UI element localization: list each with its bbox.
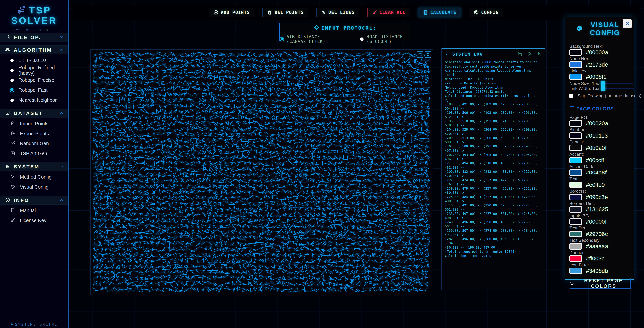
log-download-button[interactable]	[536, 52, 541, 57]
canvas-compress-button[interactable]	[425, 51, 431, 58]
color-hex-value: #00020a	[586, 120, 608, 127]
log-trash-button[interactable]	[527, 52, 532, 57]
app-title-line1: TSP	[29, 5, 51, 16]
status-text: SYSTEM: ONLINE	[15, 322, 58, 327]
color-swatch[interactable]	[569, 132, 582, 139]
config-button[interactable]: CONFIG	[469, 8, 503, 17]
skip-drawing-checkbox[interactable]	[569, 94, 574, 98]
info-icon	[5, 197, 10, 202]
color-swatch[interactable]	[569, 206, 582, 213]
chevron-up-icon	[59, 164, 64, 169]
protocol-option-air-distance-canvas-click[interactable]: AIR DISTANCE (CANVAS CLICK)	[280, 34, 338, 44]
system-status: SYSTEM: ONLINE	[0, 320, 68, 328]
radio-icon[interactable]	[360, 37, 364, 41]
sidebar-section-system: SYSTEM Method Config Visual Config	[0, 162, 68, 192]
sidebar-section-header-system[interactable]: SYSTEM	[0, 162, 68, 171]
color-swatch[interactable]	[569, 145, 582, 151]
import-icon	[10, 121, 15, 126]
color-swatch[interactable]	[569, 74, 582, 80]
close-button[interactable]	[623, 19, 632, 28]
color-swatch[interactable]	[569, 120, 582, 127]
page-colors-fields: Page BG: #00020a Sidebar: #010113 Panels…	[569, 115, 631, 274]
visual-config-panel: VISUAL CONFIG Background Hex: #00000a No…	[565, 17, 634, 280]
color-hex-value: #00000f	[586, 218, 606, 225]
input-protocol-panel: INPUT PROTOCOL: AIR DISTANCE (CANVAS CLI…	[279, 23, 411, 41]
color-field-inputs-bg: Inputs BG: #00000f	[569, 213, 631, 225]
sidebar-section-header-info[interactable]: INFO	[0, 196, 68, 205]
status-dot-icon	[11, 323, 13, 325]
canvas-expand-button[interactable]	[417, 51, 423, 58]
link-width-1px-slider[interactable]	[601, 86, 634, 91]
sidebar-item-robopol-precise[interactable]: Robopol Precise	[0, 75, 68, 85]
del-points-button[interactable]: DEL POINTS	[262, 8, 308, 17]
color-hex-value: #00ccff	[586, 157, 604, 163]
download-icon	[536, 52, 541, 57]
sidebar-item-manual[interactable]: Manual	[0, 206, 68, 216]
color-hex-value: #ff003c	[586, 255, 604, 262]
slider-thumb[interactable]	[601, 86, 605, 91]
shuffle-icon	[10, 141, 15, 146]
sidebar-nav: FILE OP. ALGORITHM LKH - 3.0.10 Robopol …	[0, 33, 68, 320]
color-swatch[interactable]	[569, 182, 582, 188]
color-field-borders-dim: Borders Dim: #131625	[569, 201, 631, 213]
sidebar-item-export-points[interactable]: Export Points	[0, 129, 68, 138]
sidebar-section-info: INFO Manual License Key	[0, 196, 68, 225]
radio-icon[interactable]	[10, 69, 14, 72]
system-log-output[interactable]: Generated and sent 20000 random points t…	[442, 59, 545, 290]
compress-icon	[426, 53, 430, 56]
add-points-button[interactable]: ADD POINTS	[208, 8, 254, 17]
canvas-tools	[417, 51, 431, 58]
sidebar-item-visual-config[interactable]: Visual Config	[0, 182, 68, 192]
color-field-text-secondary: Text Secondary: #aaaaaa	[569, 238, 631, 250]
color-swatch[interactable]	[569, 255, 582, 262]
input-protocol-options: AIR DISTANCE (CANVAS CLICK) ROAD DISTANC…	[280, 34, 410, 44]
system-log-title: SYSTEM LOG	[445, 51, 514, 57]
node-size-1px-slider[interactable]	[601, 81, 634, 86]
sidebar-item-random-gen[interactable]: Random Gen	[0, 138, 68, 148]
sidebar-item-license-key[interactable]: License Key	[0, 216, 68, 225]
color-hex-value: #0998f1	[586, 74, 606, 80]
chevron-up-icon	[59, 111, 64, 115]
sidebar-item-lkh-3-0-10[interactable]: LKH - 3.0.10	[0, 55, 68, 65]
color-swatch[interactable]	[569, 61, 582, 68]
sidebar-section-header-algorithm[interactable]: ALGORITHM	[0, 46, 68, 54]
sidebar-item-method-config[interactable]: Method Config	[0, 172, 68, 182]
radio-icon[interactable]	[10, 98, 14, 102]
sidebar-section-header-file-op[interactable]: FILE OP.	[0, 33, 68, 42]
sidebar-section-dataset: DATASET Import Points Export Points Rand…	[0, 109, 68, 158]
reset-page-colors-button[interactable]: RESET PAGE COLORS	[570, 278, 630, 289]
clear-all-button[interactable]: CLEAR ALL	[367, 8, 410, 17]
radio-icon[interactable]	[10, 79, 14, 82]
color-swatch[interactable]	[569, 243, 582, 250]
color-swatch[interactable]	[569, 157, 582, 163]
color-swatch[interactable]	[569, 49, 582, 56]
sidebar-item-robopol-fast[interactable]: Robopol Fast	[0, 85, 68, 95]
database-icon	[5, 110, 10, 115]
sidebar-item-tsp-art-gen[interactable]: TSP Art Gen	[0, 148, 68, 158]
del-lines-button[interactable]: DEL LINES	[316, 8, 359, 17]
color-hex-value: #aaaaaa	[586, 243, 608, 250]
sidebar-section-header-dataset[interactable]: DATASET	[0, 109, 68, 118]
protocol-option-road-distance-geocode[interactable]: ROAD DISTANCE (GEOCODE)	[360, 34, 410, 44]
color-swatch[interactable]	[569, 194, 582, 200]
tsp-canvas[interactable]	[90, 50, 433, 295]
color-field-text-dim: Text Dim: #29706c	[569, 226, 631, 237]
radio-icon[interactable]	[280, 37, 284, 41]
radio-icon[interactable]	[10, 59, 14, 62]
radio-icon[interactable]	[10, 89, 14, 92]
color-swatch[interactable]	[569, 169, 582, 176]
color-swatch[interactable]	[569, 218, 582, 225]
color-field-icon-blue: Icon Blue: #3498db	[569, 262, 631, 274]
sidebar-item-import-points[interactable]: Import Points	[0, 119, 68, 129]
slider-thumb[interactable]	[601, 81, 605, 86]
sidebar-item-nearest-neighbor[interactable]: Nearest Neighbor	[0, 95, 68, 105]
sidebar-item-robopol-refined-heavy[interactable]: Robopol Refined (heavy)	[0, 65, 68, 75]
calculate-button[interactable]: CALCULATE	[418, 8, 461, 17]
color-swatch[interactable]	[569, 231, 582, 237]
color-field-link-hex: Link Hex: #0998f1	[569, 69, 631, 80]
color-swatch[interactable]	[569, 268, 582, 274]
plus-circle-icon	[213, 10, 218, 15]
log-copy-button[interactable]	[517, 52, 522, 57]
broom-icon	[372, 10, 377, 15]
system-log-header: SYSTEM LOG	[442, 49, 545, 59]
